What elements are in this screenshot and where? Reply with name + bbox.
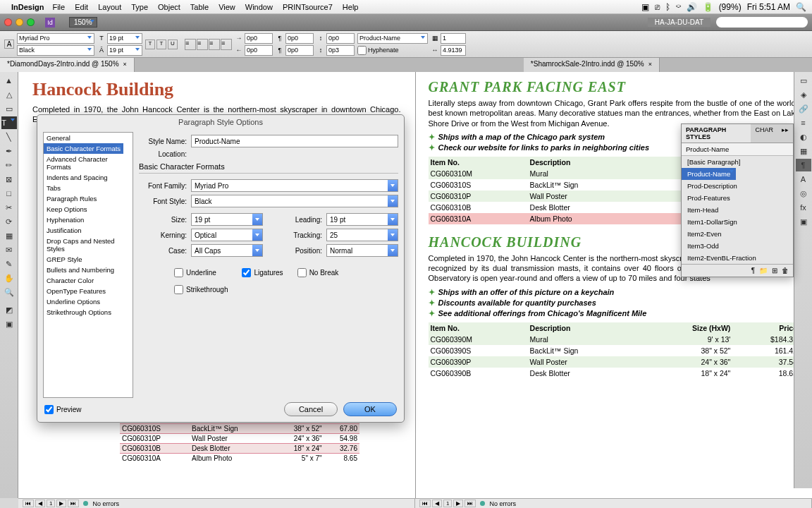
gradient-tool[interactable]: ▦: [1, 229, 17, 242]
space-after-input[interactable]: [326, 45, 355, 56]
menu-object[interactable]: Object: [158, 3, 180, 11]
note-tool[interactable]: ✉: [1, 243, 17, 256]
direct-selection-tool[interactable]: △: [1, 88, 17, 101]
columns-input[interactable]: [441, 33, 466, 44]
category-item[interactable]: Drop Caps and Nested Styles: [44, 236, 133, 254]
pages-panel-icon[interactable]: ▭: [796, 74, 811, 87]
category-item[interactable]: OpenType Features: [44, 286, 133, 296]
menu-printsource[interactable]: PRINTsource7: [283, 3, 333, 11]
subscript-button[interactable]: T: [156, 40, 166, 49]
delete-style-icon[interactable]: 🗑: [782, 267, 789, 274]
col-width-input[interactable]: [441, 45, 466, 56]
style-item[interactable]: Item1-DollarSign: [682, 216, 793, 228]
superscript-button[interactable]: T: [145, 40, 155, 49]
category-item[interactable]: Bullets and Numbering: [44, 265, 133, 275]
tracking-select[interactable]: 25: [326, 229, 398, 241]
category-item[interactable]: Keep Options: [44, 204, 133, 214]
ok-button[interactable]: OK: [343, 402, 397, 416]
character-styles-panel-icon[interactable]: A: [796, 173, 811, 186]
tab-character-styles[interactable]: CHAR: [751, 124, 777, 143]
swatches-panel-icon[interactable]: ▦: [796, 145, 811, 157]
bluetooth-icon[interactable]: ᛒ: [665, 2, 670, 12]
volume-icon[interactable]: 🔊: [687, 2, 697, 12]
style-item[interactable]: [Basic Paragraph]: [682, 156, 793, 168]
category-item[interactable]: Advanced Character Formats: [44, 154, 133, 172]
paragraph-style-select[interactable]: Product-Name: [357, 33, 428, 44]
cancel-button[interactable]: Cancel: [284, 402, 338, 416]
align-left-button[interactable]: ≡: [185, 39, 196, 50]
type-tool[interactable]: T: [1, 116, 17, 129]
window-minimize-button[interactable]: [16, 18, 23, 26]
size-select[interactable]: 19 pt: [191, 213, 263, 226]
new-style-icon[interactable]: ⊞: [772, 267, 777, 274]
font-style-select[interactable]: Black: [17, 45, 94, 56]
style-item[interactable]: Prod-Features: [682, 192, 793, 204]
menu-view[interactable]: View: [219, 3, 235, 11]
underline-button[interactable]: U: [168, 40, 178, 49]
font-family-select[interactable]: Myriad Pro: [191, 179, 398, 192]
close-icon[interactable]: ×: [123, 61, 127, 68]
category-item[interactable]: Basic Character Formats: [44, 143, 123, 154]
category-item[interactable]: GREP Style: [44, 254, 133, 265]
page-nav[interactable]: ⏮◀1▶⏭: [23, 500, 79, 507]
pen-tool[interactable]: ✒: [1, 145, 17, 157]
space-before-input[interactable]: [326, 33, 355, 44]
style-item[interactable]: Item3-Odd: [682, 240, 793, 252]
tab-paragraph-styles[interactable]: PARAGRAPH STYLES: [682, 124, 751, 143]
last-line-input[interactable]: [285, 45, 314, 56]
hyphenate-checkbox[interactable]: [357, 45, 367, 56]
paragraph-styles-panel-icon[interactable]: ¶: [796, 159, 811, 171]
color-panel-icon[interactable]: ◐: [796, 131, 811, 143]
stroke-panel-icon[interactable]: ≡: [796, 116, 811, 129]
new-group-icon[interactable]: 📁: [759, 267, 768, 274]
indent-left-input[interactable]: [245, 33, 273, 44]
font-size-select[interactable]: 19 pt: [107, 33, 142, 44]
clear-override-icon[interactable]: ¶: [751, 267, 755, 274]
style-item[interactable]: Product-Name: [682, 168, 736, 180]
leading-select[interactable]: 19 pt: [326, 213, 398, 226]
layers-panel-icon[interactable]: ◈: [796, 88, 811, 101]
clock[interactable]: Fri 5:51 AM: [747, 2, 790, 12]
menu-edit[interactable]: Edit: [75, 3, 88, 11]
category-item[interactable]: Hyphenation: [44, 214, 133, 225]
close-icon[interactable]: ×: [648, 61, 652, 68]
zoom-level-select[interactable]: 150%: [69, 17, 97, 28]
line-tool[interactable]: ╲: [1, 131, 17, 143]
indent-right-input[interactable]: [245, 45, 273, 56]
preflight-status[interactable]: No errors: [489, 500, 516, 507]
position-select[interactable]: Normal: [326, 244, 398, 257]
spotlight-icon[interactable]: 🔍: [796, 2, 806, 12]
zoom-tool[interactable]: 🔍: [1, 286, 17, 298]
effects-panel-icon[interactable]: fx: [796, 201, 811, 214]
app-name[interactable]: InDesign: [11, 3, 44, 11]
menu-window[interactable]: Window: [245, 3, 273, 11]
style-item[interactable]: Prod-Description: [682, 180, 793, 192]
justify-button[interactable]: ≡: [221, 39, 232, 50]
page-tool[interactable]: ▭: [1, 102, 17, 115]
help-search-input[interactable]: [716, 17, 808, 28]
align-right-button[interactable]: ≡: [209, 39, 220, 50]
font-style-select[interactable]: Black: [191, 195, 398, 207]
window-close-button[interactable]: [4, 18, 12, 26]
eyedropper-tool[interactable]: ✎: [1, 258, 17, 270]
object-styles-panel-icon[interactable]: ◎: [796, 187, 811, 200]
doc-tab-1[interactable]: *DiamondDays-2Intro.indd @ 150%×: [0, 58, 135, 72]
style-item[interactable]: Item2-Even: [682, 228, 793, 240]
style-item[interactable]: Item-Head: [682, 204, 793, 216]
battery-icon[interactable]: 🔋: [703, 2, 713, 12]
preflight-status-icon[interactable]: [480, 501, 485, 506]
rectangle-tool[interactable]: □: [1, 187, 17, 200]
category-item[interactable]: Underline Options: [44, 296, 133, 307]
preflight-status[interactable]: No errors: [92, 500, 119, 507]
rectangle-frame-tool[interactable]: ⊠: [1, 173, 17, 186]
character-mode-button[interactable]: A: [4, 40, 14, 49]
menu-type[interactable]: Type: [131, 3, 148, 11]
style-name-input[interactable]: [191, 135, 398, 147]
workspace-name[interactable]: HA-JA-DU-DAT: [648, 18, 710, 27]
menu-table[interactable]: Table: [190, 3, 209, 11]
fill-stroke-swatch[interactable]: ◩: [1, 303, 17, 316]
menu-layout[interactable]: Layout: [98, 3, 121, 11]
airplay-icon[interactable]: ▣: [641, 2, 649, 12]
doc-tab-2[interactable]: *ShamrockSale-2Intro.indd @ 150%×: [524, 58, 660, 72]
screen-icon[interactable]: ⎚: [655, 2, 660, 12]
